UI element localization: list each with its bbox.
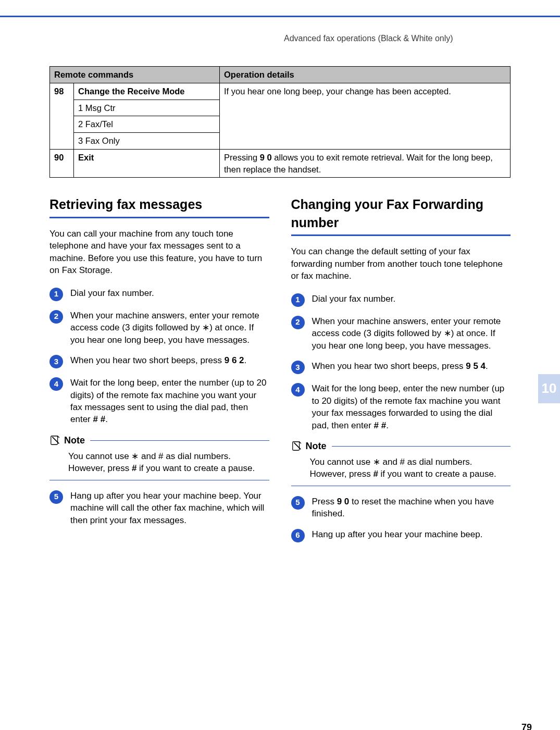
left-step-3-post: . <box>244 355 247 365</box>
cmd-detail-90-pre: Pressing <box>224 153 260 162</box>
left-step-2: 2 When your machine answers, enter your … <box>49 310 269 346</box>
right-step-4-text: Wait for the long beep, enter the new nu… <box>312 382 511 431</box>
left-step-3-text: When you hear two short beeps, press 9 6… <box>70 354 269 368</box>
left-step-3-pre: When you hear two short beeps, press <box>70 355 225 365</box>
right-step-5: 5 Press 9 0 to reset the machine when yo… <box>291 496 511 520</box>
note-label: Note <box>306 440 327 453</box>
note-head-rule <box>90 440 269 441</box>
left-step-1: 1 Dial your fax number. <box>49 287 269 301</box>
cmd-detail-90: Pressing 9 0 allows you to exit remote r… <box>220 149 511 178</box>
left-title: Retrieving fax messages <box>49 195 269 214</box>
chapter-tab: 10 <box>538 374 560 403</box>
svg-rect-0 <box>51 436 58 445</box>
right-step-6-text: Hang up after you hear your machine beep… <box>312 528 511 542</box>
step-badge-6: 6 <box>291 529 305 542</box>
right-step-2-text: When your machine answers, enter your re… <box>312 315 511 352</box>
cmd-code-90: 90 <box>50 149 74 178</box>
step-badge-3: 3 <box>291 361 305 374</box>
cmd-opt-98-3: 3 Fax Only <box>74 133 220 150</box>
left-step-5-text: Hang up after you hear your machine beep… <box>70 490 269 526</box>
right-step-4-pre: Wait for the long beep, enter the new nu… <box>312 383 505 430</box>
cmd-opt-98-2: 2 Fax/Tel <box>74 116 220 133</box>
left-step-3: 3 When you hear two short beeps, press 9… <box>49 354 269 368</box>
left-intro: You can call your machine from any touch… <box>49 228 269 277</box>
right-title-rule <box>291 234 511 236</box>
right-step-6: 6 Hang up after you hear your machine be… <box>291 528 511 542</box>
cmd-title-98: Change the Receive Mode <box>74 83 220 100</box>
right-step-5-bold: 9 0 <box>337 497 350 506</box>
cmd-opt-98-1: 1 Msg Ctr <box>74 100 220 116</box>
svg-rect-1 <box>292 442 299 451</box>
left-note-post: if you want to create a pause. <box>136 463 255 473</box>
right-step-3: 3 When you hear two short beeps, press 9… <box>291 360 511 374</box>
cmd-detail-90-bold: 9 0 <box>260 153 272 162</box>
page-number: 79 <box>521 721 532 730</box>
left-title-rule <box>49 217 269 218</box>
step-badge-1: 1 <box>291 293 305 307</box>
left-note-bold: # <box>132 463 136 473</box>
table-header-details: Operation details <box>220 67 511 83</box>
right-note-bold: # <box>373 469 378 479</box>
left-column: Retrieving fax messages You can call you… <box>49 192 269 550</box>
left-step-4-post: . <box>105 414 108 424</box>
table-header-commands: Remote commands <box>50 67 220 83</box>
right-note-body: You cannot use ∗ and # as dial numbers. … <box>291 455 511 486</box>
right-step-1: 1 Dial your fax number. <box>291 293 511 307</box>
cmd-code-98: 98 <box>50 83 74 149</box>
right-column: Changing your Fax Forwarding number You … <box>291 192 511 550</box>
note-icon <box>49 435 61 446</box>
remote-commands-table: Remote commands Operation details 98 Cha… <box>49 66 511 178</box>
step-badge-1: 1 <box>49 288 63 301</box>
right-step-1-text: Dial your fax number. <box>312 293 511 307</box>
left-step-2-text: When your machine answers, enter your re… <box>70 310 269 346</box>
left-step-4: 4 Wait for the long beep, enter the numb… <box>49 377 269 426</box>
left-note-body: You cannot use ∗ and # as dial numbers. … <box>49 449 269 480</box>
note-label: Note <box>64 434 85 447</box>
right-title: Changing your Fax Forwarding number <box>291 195 511 231</box>
left-step-5: 5 Hang up after you hear your machine be… <box>49 490 269 526</box>
right-intro: You can change the default setting of yo… <box>291 245 511 282</box>
note-head-rule <box>332 446 511 447</box>
right-step-4-post: . <box>386 420 389 430</box>
step-badge-3: 3 <box>49 355 63 368</box>
right-step-4-bold: # # <box>374 420 387 430</box>
step-badge-5: 5 <box>49 490 63 504</box>
cmd-title-90: Exit <box>74 149 220 178</box>
cmd-detail-98: If you hear one long beep, your change h… <box>220 83 511 149</box>
right-step-4: 4 Wait for the long beep, enter the new … <box>291 382 511 431</box>
right-step-5-pre: Press <box>312 497 337 506</box>
note-icon <box>291 440 303 452</box>
left-step-4-text: Wait for the long beep, enter the number… <box>70 377 269 426</box>
step-badge-5: 5 <box>291 496 305 510</box>
left-step-3-bold: 9 6 2 <box>225 355 244 365</box>
right-step-3-text: When you hear two short beeps, press 9 5… <box>312 360 511 374</box>
step-badge-2: 2 <box>49 310 63 324</box>
right-note-post: if you want to create a pause. <box>378 469 496 479</box>
right-step-2: 2 When your machine answers, enter your … <box>291 315 511 352</box>
step-badge-4: 4 <box>49 377 63 391</box>
step-badge-2: 2 <box>291 316 305 329</box>
left-step-1-text: Dial your fax number. <box>70 287 269 301</box>
section-header: Advanced fax operations (Black & White o… <box>49 33 511 44</box>
right-note: Note You cannot use ∗ and # as dial numb… <box>291 440 511 486</box>
right-step-3-bold: 9 5 4 <box>466 361 486 371</box>
right-step-3-post: . <box>486 361 488 371</box>
left-note: Note You cannot use ∗ and # as dial numb… <box>49 434 269 480</box>
left-step-4-bold: # # <box>93 414 105 424</box>
right-step-5-text: Press 9 0 to reset the machine when you … <box>312 496 511 520</box>
step-badge-4: 4 <box>291 383 305 397</box>
right-step-3-pre: When you hear two short beeps, press <box>312 361 466 371</box>
